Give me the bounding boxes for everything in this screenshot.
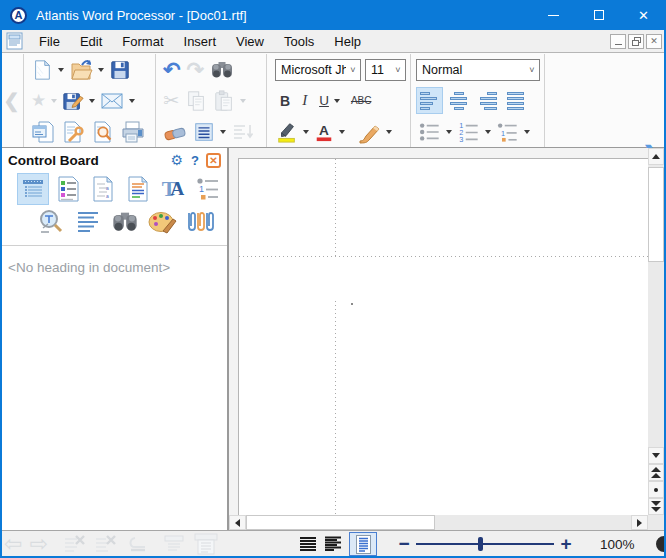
chevron-down-icon[interactable]: ˅	[525, 65, 539, 75]
line-spacing-dropdown-icon[interactable]	[220, 130, 226, 134]
mdi-minimize-button[interactable]	[610, 34, 626, 49]
draft-view-button[interactable]	[299, 536, 317, 552]
save-button[interactable]	[107, 57, 133, 83]
align-right-button[interactable]	[475, 88, 500, 113]
menu-file[interactable]: File	[29, 32, 70, 51]
chevron-down-icon[interactable]: ˅	[391, 65, 405, 75]
horizontal-scrollbar[interactable]	[229, 515, 648, 530]
save-as-button[interactable]	[60, 88, 86, 114]
zoom-out-button[interactable]: −	[392, 533, 416, 555]
zoom-slider-thumb[interactable]	[478, 537, 483, 551]
toolbar-scroll-left-icon[interactable]: ❮	[4, 89, 20, 112]
previous-page-button[interactable]	[648, 464, 664, 481]
document-options-button[interactable]	[59, 119, 87, 145]
find-pane-icon[interactable]	[110, 207, 140, 237]
overview-pane-icon[interactable]	[18, 174, 48, 204]
highlight-dropdown-icon[interactable]	[303, 130, 309, 134]
list-doc-icon[interactable]	[162, 534, 186, 554]
style-combo[interactable]: Normal ˅	[416, 59, 540, 81]
document-icon[interactable]	[6, 32, 23, 50]
format-painter-dropdown-icon[interactable]	[386, 130, 392, 134]
print-button[interactable]	[119, 119, 147, 145]
eraser-button[interactable]	[161, 119, 189, 145]
cut-button[interactable]: ✂	[161, 88, 181, 114]
new-dropdown-icon[interactable]	[58, 68, 64, 72]
close-icon[interactable]: ✕	[206, 153, 221, 168]
menu-edit[interactable]: Edit	[70, 32, 112, 51]
window-view-button[interactable]	[29, 119, 57, 145]
menu-tools[interactable]: Tools	[274, 32, 324, 51]
doc-remove-alt-icon[interactable]	[94, 534, 118, 554]
settings-gear-icon[interactable]: ⚙	[170, 152, 183, 168]
vertical-scrollbar[interactable]	[648, 148, 664, 515]
chevron-down-icon[interactable]: ˅	[346, 65, 360, 75]
font-size-combo[interactable]: 11 ˅	[365, 59, 406, 81]
mdi-restore-button[interactable]	[628, 34, 644, 49]
zoom-pane-icon[interactable]	[36, 207, 66, 237]
palette-pane-icon[interactable]	[147, 207, 177, 237]
open-dropdown-icon[interactable]	[98, 68, 104, 72]
menu-format[interactable]: Format	[112, 32, 173, 51]
zoom-slider[interactable]	[416, 531, 554, 557]
horizontal-scrollbar-thumb[interactable]	[246, 515, 435, 530]
favorites-dropdown-icon[interactable]	[51, 99, 57, 103]
format-painter-button[interactable]	[355, 119, 383, 145]
menu-view[interactable]: View	[226, 32, 274, 51]
underline-dropdown-icon[interactable]	[334, 99, 340, 103]
mdi-close-button[interactable]: ✕	[646, 34, 662, 49]
copy-button[interactable]	[183, 88, 209, 114]
justify-button[interactable]	[504, 88, 529, 113]
align-center-button[interactable]	[446, 88, 471, 113]
redo-button[interactable]: ↷	[185, 57, 207, 83]
italic-button[interactable]: I	[300, 88, 309, 114]
print-preview-button[interactable]	[89, 119, 117, 145]
numbering-dropdown-icon[interactable]	[485, 130, 491, 134]
save-as-dropdown-icon[interactable]	[89, 99, 95, 103]
paste-dropdown-icon[interactable]	[240, 99, 246, 103]
bullets-button[interactable]	[416, 119, 443, 145]
attachments-pane-icon[interactable]	[184, 207, 214, 237]
maximize-button[interactable]	[576, 0, 621, 30]
minimize-button[interactable]	[531, 0, 576, 30]
page-layout-view-button[interactable]	[349, 532, 377, 556]
new-document-button[interactable]	[29, 57, 55, 83]
bullets-dropdown-icon[interactable]	[446, 130, 452, 134]
select-browse-object-button[interactable]	[648, 481, 664, 498]
help-icon[interactable]: ?	[191, 153, 199, 168]
scroll-down-button[interactable]	[648, 447, 664, 464]
scroll-left-button[interactable]	[229, 515, 246, 530]
sort-button[interactable]	[229, 119, 257, 145]
move-back-icon[interactable]	[125, 534, 149, 554]
document-page[interactable]	[238, 158, 648, 515]
list-doc-large-icon[interactable]	[193, 533, 219, 555]
font-name-combo[interactable]: Microsoft Jh ˅	[275, 59, 361, 81]
underline-button[interactable]: U	[317, 88, 331, 114]
vertical-scrollbar-thumb[interactable]	[648, 167, 664, 262]
email-button[interactable]	[98, 88, 126, 114]
font-color-button[interactable]: A	[312, 119, 336, 145]
doc-remove-icon[interactable]	[63, 534, 87, 554]
back-arrow-icon[interactable]: ⇦	[4, 533, 22, 555]
highlight-button[interactable]	[274, 119, 300, 145]
line-spacing-button[interactable]	[191, 119, 217, 145]
email-dropdown-icon[interactable]	[129, 99, 135, 103]
strikethrough-button[interactable]: ABC	[349, 88, 374, 114]
drop-caps-icon[interactable]: TA	[158, 174, 188, 204]
normal-view-button[interactable]	[324, 536, 342, 552]
favorites-button[interactable]: ★	[29, 88, 48, 114]
open-button[interactable]	[67, 57, 95, 83]
zoom-in-button[interactable]: +	[554, 533, 578, 555]
menu-help[interactable]: Help	[324, 32, 371, 51]
scroll-right-button[interactable]	[631, 515, 648, 530]
paragraph-pane-icon[interactable]	[73, 207, 103, 237]
styles-pane-icon[interactable]	[123, 174, 153, 204]
zoom-slider-track[interactable]	[416, 543, 554, 545]
numbering-button[interactable]: 123	[455, 119, 482, 145]
find-button[interactable]	[208, 57, 236, 83]
fields-pane-icon[interactable]: aa	[88, 174, 118, 204]
next-page-button[interactable]	[648, 498, 664, 515]
paste-button[interactable]	[211, 88, 237, 114]
font-color-dropdown-icon[interactable]	[339, 130, 345, 134]
headings-pane-icon[interactable]	[53, 174, 83, 204]
scroll-up-button[interactable]	[648, 148, 664, 165]
